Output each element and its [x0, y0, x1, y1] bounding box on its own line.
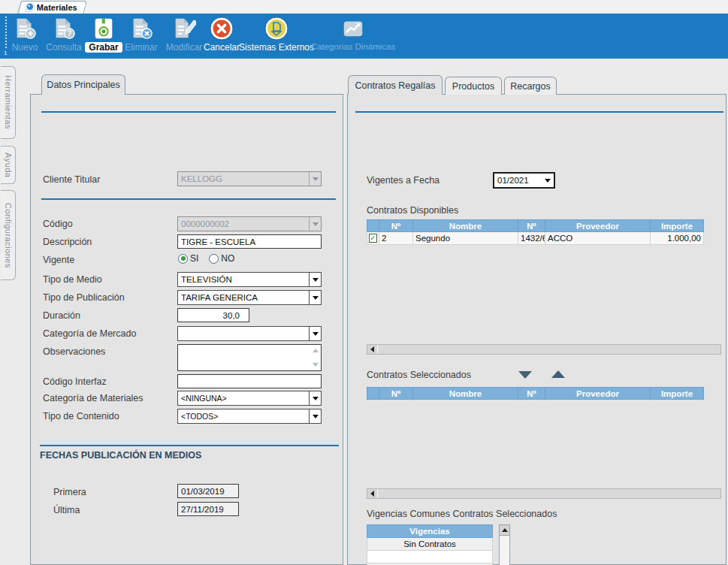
svg-text:?: ?: [67, 29, 71, 38]
contratos-disponibles-title: Contratos Disponibles: [367, 205, 458, 216]
categoria-materiales-combo[interactable]: <NINGUNA>: [177, 391, 322, 406]
scroll-up-icon[interactable]: [500, 525, 509, 536]
codigo-combo[interactable]: 0000000002: [177, 216, 322, 231]
codigo-interfaz-input[interactable]: [177, 374, 322, 388]
content-area: Herramientas Ayuda Configuraciones Datos…: [0, 59, 728, 565]
cancel-circle-icon: [209, 16, 234, 41]
categoria-mercado-combo[interactable]: [177, 326, 322, 341]
duracion-input[interactable]: [177, 308, 249, 322]
contratos-disponibles-table: Nº Nombre Nº Proveedor Importe ✓ 2 Segun…: [367, 219, 704, 245]
nombre-column-header[interactable]: Nombre: [413, 388, 518, 400]
checkbox-column-header[interactable]: [367, 220, 379, 232]
consulta-label: Consulta: [46, 42, 81, 53]
grabar-button[interactable]: Grabar: [86, 16, 122, 56]
eliminar-label: Eliminar: [125, 42, 157, 53]
cliente-titular-combo[interactable]: KELLOGG: [177, 171, 322, 186]
scroll-left-icon[interactable]: [367, 345, 378, 354]
toolbar-grip-handle[interactable]: [5, 17, 7, 48]
document-delete-icon: [128, 16, 154, 41]
categorias-dinamicas-button[interactable]: Categorias Dinámicas: [307, 16, 400, 56]
consulta-button[interactable]: ? Consulta: [42, 16, 86, 56]
horizontal-scrollbar[interactable]: [367, 344, 721, 355]
sidebar-tab-ayuda[interactable]: Ayuda: [1, 146, 16, 184]
scroll-up-icon[interactable]: [313, 349, 319, 352]
chevron-down-icon[interactable]: [309, 409, 321, 423]
importe-column-header[interactable]: Importe: [651, 220, 704, 232]
move-up-button[interactable]: [551, 370, 565, 378]
proveedor-column-header[interactable]: Proveedor: [545, 388, 651, 400]
contratos-regalias-panel: Vigentes a Fecha 01/2021 Contratos Dispo…: [347, 94, 726, 565]
separator-line: [41, 111, 336, 113]
table-header-row: Nº Nombre Nº Proveedor Importe: [367, 220, 704, 232]
separator-line: [355, 111, 723, 113]
categoria-materiales-label: Categoría de Materiales: [43, 393, 143, 403]
check-icon: ✓: [370, 234, 376, 242]
chevron-down-icon[interactable]: [542, 174, 554, 187]
tipo-publicacion-combo[interactable]: TARIFA GENERICA: [177, 290, 322, 305]
num2-column-header[interactable]: Nº: [518, 220, 545, 232]
separator-line: [41, 198, 336, 200]
chevron-down-icon[interactable]: [309, 327, 321, 340]
row-checkbox[interactable]: ✓: [369, 234, 376, 243]
nuevo-button[interactable]: Nuevo: [8, 16, 42, 56]
vigente-no-radio[interactable]: NO: [209, 253, 234, 264]
nuevo-label: Nuevo: [12, 42, 38, 53]
cliente-titular-value: KELLOGG: [178, 174, 309, 183]
tab-recargos[interactable]: Recargos: [504, 77, 557, 95]
chevron-down-icon[interactable]: [309, 273, 321, 286]
chevron-down-icon[interactable]: [309, 391, 321, 405]
num-column-header[interactable]: Nº: [379, 388, 413, 400]
observaciones-text[interactable]: [178, 345, 321, 370]
vigente-radio-group: SI NO: [178, 253, 234, 264]
table-row[interactable]: Sin Contratos: [367, 538, 493, 551]
vigente-si-label: SI: [190, 253, 198, 264]
trend-chart-icon: [340, 16, 366, 41]
tab-productos[interactable]: Productos: [445, 77, 502, 95]
eliminar-button[interactable]: Eliminar: [122, 16, 161, 56]
scroll-down-icon[interactable]: [313, 363, 319, 367]
observaciones-textarea[interactable]: [177, 344, 322, 371]
tipo-medio-label: Tipo de Medio: [43, 274, 102, 285]
vigentes-fecha-combo[interactable]: 01/2021: [493, 172, 555, 189]
table-row[interactable]: ✓ 2 Segundo 1432/6 ACCO 1.000,00: [367, 232, 704, 245]
proveedor-column-header[interactable]: Proveedor: [545, 220, 651, 232]
horizontal-scrollbar[interactable]: [367, 488, 721, 499]
categorias-dinamicas-label: Categorias Dinámicas: [311, 42, 396, 51]
categoria-materiales-value: <NINGUNA>: [178, 394, 309, 403]
vertical-scrollbar[interactable]: [499, 524, 510, 565]
chevron-down-icon[interactable]: [309, 172, 321, 186]
sidebar-tab-configuraciones[interactable]: Configuraciones: [1, 190, 16, 280]
external-systems-icon: [264, 16, 289, 41]
sidebar-tab-herramientas[interactable]: Herramientas: [1, 66, 16, 139]
importe-column-header[interactable]: Importe: [651, 388, 704, 400]
tab-contratos-regalias[interactable]: Contratos Regalías: [348, 75, 443, 95]
cell-proveedor: ACCO: [545, 232, 651, 245]
scroll-left-icon[interactable]: [367, 489, 378, 498]
chevron-down-icon[interactable]: [309, 217, 321, 231]
chevron-down-icon[interactable]: [309, 291, 321, 304]
ultima-fecha-input[interactable]: [177, 502, 239, 516]
ayuda-label: Ayuda: [4, 153, 13, 178]
table-row[interactable]: [367, 551, 493, 563]
sistemas-externos-button[interactable]: Sistemas Externos: [239, 16, 314, 56]
checkbox-column-header[interactable]: [367, 388, 379, 400]
cancelar-button[interactable]: Cancelar: [200, 16, 243, 56]
tipo-medio-value: TELEVISIÓN: [178, 275, 309, 284]
vigente-si-radio[interactable]: SI: [178, 253, 198, 264]
tab-materiales[interactable]: Materiales: [18, 1, 88, 14]
materiales-pin-icon: [25, 2, 35, 13]
descripcion-input[interactable]: [177, 234, 322, 249]
tab-datos-principales[interactable]: Datos Principales: [41, 74, 125, 95]
num2-column-header[interactable]: Nº: [518, 388, 545, 400]
tipo-medio-combo[interactable]: TELEVISIÓN: [177, 272, 322, 287]
nombre-column-header[interactable]: Nombre: [413, 220, 518, 232]
cell-nombre: Segundo: [413, 232, 518, 245]
vigente-no-label: NO: [221, 253, 234, 264]
tipo-contenido-combo[interactable]: <TODOS>: [177, 409, 322, 424]
move-down-button[interactable]: [518, 371, 532, 379]
cell-num: 2: [379, 232, 413, 245]
primera-fecha-input[interactable]: [177, 484, 239, 498]
vigencias-column-header[interactable]: Vigencias: [367, 525, 493, 538]
num-column-header[interactable]: Nº: [379, 220, 413, 232]
vigente-label: Vigente: [43, 255, 74, 265]
